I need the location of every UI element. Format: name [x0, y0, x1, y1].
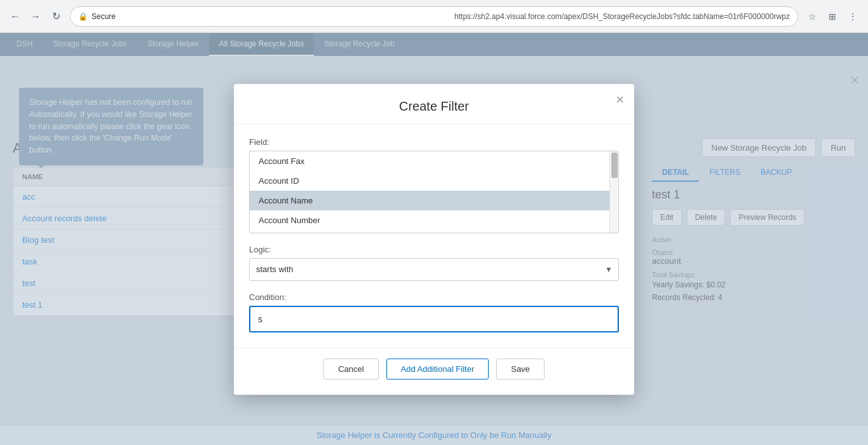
field-option-account-fax[interactable]: Account Fax — [250, 151, 618, 171]
logic-row: Logic: starts with ends with contains eq… — [249, 245, 619, 281]
field-option-account-id[interactable]: Account ID — [250, 171, 618, 191]
browser-actions: ☆ ⊞ ⋮ — [803, 8, 862, 25]
scrollbar-thumb — [611, 153, 618, 178]
field-list-scrollbar[interactable] — [609, 151, 618, 233]
cancel-button[interactable]: Cancel — [323, 359, 378, 380]
field-list[interactable]: Account Fax Account ID Account Name Acco… — [249, 151, 619, 233]
modal-header: Create Filter × — [234, 84, 634, 125]
save-button[interactable]: Save — [496, 359, 545, 380]
modal-title: Create Filter — [399, 99, 469, 113]
back-button[interactable]: ← — [6, 8, 24, 25]
condition-label: Condition: — [249, 292, 619, 302]
extensions-button[interactable]: ⊞ — [824, 8, 841, 25]
url-text: https://sh2.ap4.visual.force.com/apex/DS… — [454, 12, 790, 21]
address-text: Secure — [92, 12, 451, 21]
browser-chrome: ← → ↻ 🔒 Secure https://sh2.ap4.visual.fo… — [0, 0, 868, 33]
create-filter-modal: Create Filter × Field: Account Fax Accou… — [234, 84, 634, 395]
forward-button[interactable]: → — [27, 8, 44, 25]
page-background: DSH Storage Recycle Jobs Storage Helper … — [0, 33, 868, 445]
nav-buttons: ← → ↻ — [6, 8, 65, 25]
modal-footer: Cancel Add Additional Filter Save — [234, 348, 634, 395]
address-bar[interactable]: 🔒 Secure https://sh2.ap4.visual.force.co… — [70, 6, 798, 27]
logic-select[interactable]: starts with ends with contains equals no… — [249, 258, 619, 281]
logic-label: Logic: — [249, 245, 619, 254]
bookmark-star-button[interactable]: ☆ — [803, 8, 821, 25]
reload-button[interactable]: ↻ — [47, 8, 65, 25]
add-additional-filter-button[interactable]: Add Additional Filter — [386, 359, 489, 380]
logic-select-wrapper: starts with ends with contains equals no… — [249, 258, 619, 281]
condition-row: Condition: — [249, 292, 619, 332]
modal-body: Field: Account Fax Account ID Account Na… — [234, 125, 634, 348]
condition-input[interactable] — [249, 306, 619, 332]
modal-overlay: Create Filter × Field: Account Fax Accou… — [0, 33, 868, 445]
field-option-account-name[interactable]: Account Name — [250, 191, 618, 210]
field-label: Field: — [249, 137, 619, 147]
more-button[interactable]: ⋮ — [844, 8, 862, 25]
secure-icon: 🔒 — [78, 12, 88, 21]
field-option-account-number[interactable]: Account Number — [250, 210, 618, 230]
modal-close-button[interactable]: × — [616, 93, 624, 107]
